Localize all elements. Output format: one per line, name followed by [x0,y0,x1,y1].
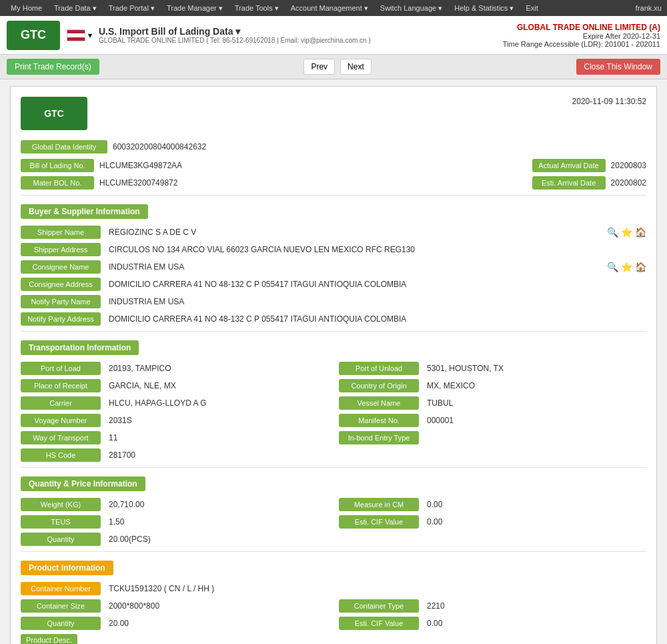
nav-trade-portal[interactable]: Trade Portal ▾ [103,2,160,15]
product-esti-cif-label: Esti. CIF Value [339,617,419,630]
buyer-supplier-header: Buyer & Supplier Information [21,204,148,219]
port-of-load-label: Port of Load [21,362,101,375]
country-of-origin-col: Country of Origin MX, MEXICO [339,379,646,392]
way-of-transport-label: Way of Transport [21,431,101,444]
transport-row-3: Carrier HLCU, HAPAG-LLOYD A G Vessel Nam… [21,396,646,410]
shipper-star-icon[interactable]: ⭐ [621,227,632,238]
record-logo: GTC [21,97,87,130]
consignee-star-icon[interactable]: ⭐ [621,262,632,272]
notify-party-name-row: Notify Party Name INDUSTRIA EM USA [21,295,646,308]
port-of-load-value: 20193, TAMPICO [106,362,328,375]
logo-box: GTC [7,21,60,50]
weight-col: Weight (KG) 20,710.00 [21,498,328,511]
place-of-receipt-col: Place of Receipt GARCIA, NLE, MX [21,379,328,392]
quantity-row: Quantity 20.00(PCS) [21,533,646,546]
shipper-search-icon[interactable]: 🔍 [607,227,618,238]
hs-code-row: HS Code 281700 [21,448,646,462]
notify-party-name-value: INDUSTRIA EM USA [106,295,646,308]
master-bol-row: Mater BOL No. HLCUME3200749872 Esti. Arr… [21,176,646,190]
product-quantity-label: Quantity [21,617,101,630]
prev-button-top[interactable]: Prev [303,59,335,75]
hs-code-label: HS Code [21,448,101,462]
consignee-address-row: Consignee Address DOMICILIO CARRERA 41 N… [21,278,646,291]
global-data-identity-value: 600320200804000842632 [107,140,211,153]
manifest-no-col: Manifest No. 000001 [339,414,646,427]
container-number-label: Container Number [21,582,101,595]
product-esti-cif-value: 0.00 [424,617,646,630]
vessel-name-col: Vessel Name TUBUL [339,396,646,410]
container-type-value: 2210 [424,599,646,613]
hs-code-value: 281700 [106,448,646,462]
notify-party-address-row: Notify Party Address DOMICILIO CARRERA 4… [21,312,646,326]
global-data-identity-row: Global Data Identity 6003202008040008426… [21,140,646,153]
quantity-section: Quantity & Price Information Weight (KG)… [21,473,646,546]
manifest-no-label: Manifest No. [339,414,419,427]
nav-trade-tools[interactable]: Trade Tools ▾ [229,2,284,15]
divider-4 [21,551,646,552]
container-number-value: TCKU1591320 ( CN / L / HH ) [106,582,646,595]
notify-party-address-label: Notify Party Address [21,312,101,326]
container-type-col: Container Type 2210 [339,599,646,613]
in-bond-entry-type-value [424,436,646,440]
quantity-row-1: Weight (KG) 20,710.00 Measure in CM 0.00 [21,498,646,511]
next-button-top[interactable]: Next [340,59,372,75]
nav-account-management[interactable]: Account Management ▾ [285,2,374,15]
logo-text: GTC [21,28,46,42]
transport-section-header: Transportation Information [21,340,139,355]
voyage-number-value: 2031S [106,414,328,427]
nav-my-home[interactable]: My Home [5,2,47,15]
consignee-name-label: Consignee Name [21,260,101,274]
quantity-section-header: Quantity & Price Information [21,476,145,491]
country-of-origin-label: Country of Origin [339,379,419,392]
nav-exit[interactable]: Exit [520,2,543,15]
nav-trade-manager[interactable]: Trade Manager ▾ [161,2,228,15]
carrier-label: Carrier [21,396,101,410]
company-subtitle: GLOBAL TRADE ONLINE LIMITED ( Tel: 86-51… [99,37,371,44]
shipper-address-row: Shipper Address CIRCULOS NO 134 ARCO VIA… [21,243,646,256]
buyer-supplier-section: Buyer & Supplier Information Shipper Nam… [21,201,646,326]
nav-help-statistics[interactable]: Help & Statistics ▾ [449,2,519,15]
consignee-icons: 🔍 ⭐ 🏠 [607,262,646,272]
expire-date: Expire After 2020-12-31 [503,32,660,40]
consignee-address-label: Consignee Address [21,278,101,291]
us-flag [67,29,85,41]
consignee-home-icon[interactable]: 🏠 [635,262,646,272]
measure-value: 0.00 [424,498,646,511]
consignee-name-row: Consignee Name INDUSTRIA EM USA 🔍 ⭐ 🏠 [21,260,646,274]
consignee-search-icon[interactable]: 🔍 [607,262,618,272]
close-button-top[interactable]: Close This Window [576,59,660,75]
nav-switch-language[interactable]: Switch Language ▾ [375,2,448,15]
header-bar: GTC ▾ U.S. Import Bill of Lading Data ▾ … [0,16,667,55]
shipper-name-value: REGIOZINC S A DE C V [106,226,599,239]
esti-arrival-date-value: 20200802 [611,178,646,188]
bill-of-lading-label: Bill of Lading No. [21,159,94,172]
shipper-home-icon[interactable]: 🏠 [635,227,646,238]
product-desc-label: Product Desc. [21,634,77,644]
vessel-name-label: Vessel Name [339,396,419,410]
port-of-unload-value: 5301, HOUSTON, TX [424,362,646,375]
manifest-no-value: 000001 [424,414,646,427]
esti-cif-col: Esti. CIF Value 0.00 [339,515,646,529]
in-bond-entry-type-label: In-bond Entry Type [339,431,419,444]
record-header: GTC 2020-11-09 11:30:52 [21,97,646,130]
header-left: GTC ▾ U.S. Import Bill of Lading Data ▾ … [7,21,371,50]
measure-col: Measure in CM 0.00 [339,498,646,511]
nav-trade-data[interactable]: Trade Data ▾ [49,2,102,15]
carrier-col: Carrier HLCU, HAPAG-LLOYD A G [21,396,328,410]
record-logo-text: GTC [44,108,64,119]
toolbar-left: Print Trade Record(s) [7,59,99,75]
product-section: Product Information Container Number TCK… [21,557,646,644]
port-of-unload-col: Port of Unload 5301, HOUSTON, TX [339,362,646,375]
esti-cif-value: 0.00 [424,515,646,529]
divider-2 [21,331,646,332]
product-quantity-col: Quantity 20.00 [21,617,328,630]
transport-row-2: Place of Receipt GARCIA, NLE, MX Country… [21,379,646,392]
place-of-receipt-label: Place of Receipt [21,379,101,392]
port-of-load-col: Port of Load 20193, TAMPICO [21,362,328,375]
voyage-number-col: Voyage Number 2031S [21,414,328,427]
weight-label: Weight (KG) [21,498,101,511]
transport-section: Transportation Information Port of Load … [21,337,646,462]
flag-selector[interactable]: ▾ [67,29,92,41]
product-section-header: Product Information [21,561,113,575]
print-button-top[interactable]: Print Trade Record(s) [7,59,99,75]
